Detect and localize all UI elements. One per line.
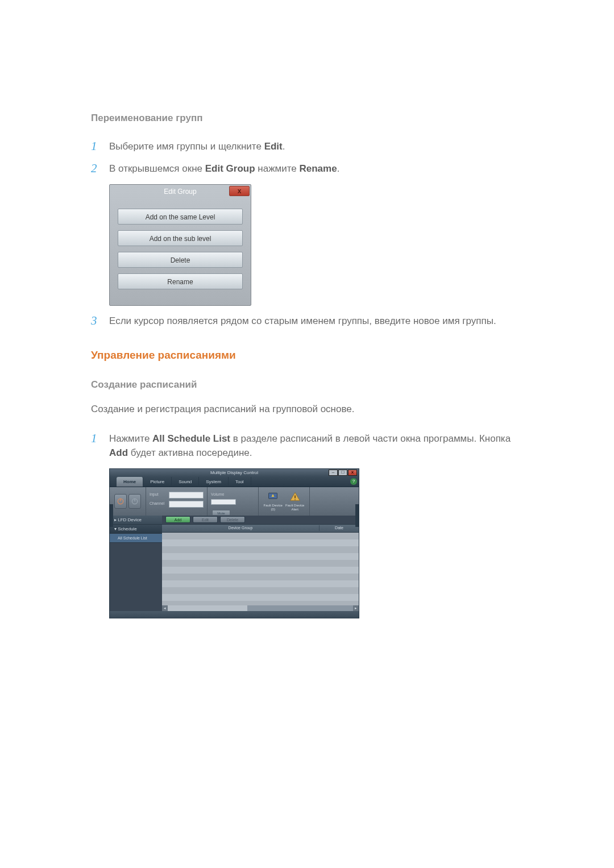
mdc-titlebar: Multiple Display Control – □ x	[110, 469, 359, 477]
power-on-button[interactable]	[114, 494, 127, 509]
channel-select[interactable]	[169, 501, 204, 508]
dialog-close-button[interactable]: x	[229, 186, 250, 196]
input-label: Input	[150, 492, 169, 498]
step-2: 2 В открывшемся окне Edit Group нажмите …	[91, 161, 523, 176]
bold: Rename	[299, 163, 337, 174]
txt: Выберите имя группы и щелкните	[109, 141, 264, 152]
power-icon	[131, 497, 139, 505]
fault-device-alert[interactable]: Fault Device Alert	[285, 491, 304, 511]
rename-steps: 1 Выберите имя группы и щелкните Edit. 2…	[91, 139, 523, 176]
add-same-level-button[interactable]: Add on the same Level	[118, 209, 243, 225]
txt: нажмите	[255, 163, 300, 174]
tab-home[interactable]: Home	[117, 477, 143, 487]
sidebar-lfd-device[interactable]: ▸ LFD Device	[110, 516, 162, 525]
input-select[interactable]	[169, 492, 204, 499]
txt: .	[337, 163, 340, 174]
section-title-rename: Переименование групп	[91, 111, 523, 126]
power-icon	[117, 497, 125, 505]
txt: будет активна посередине.	[128, 447, 252, 458]
txt: (0)	[271, 508, 275, 512]
ribbon-power-group	[110, 487, 146, 516]
bold: Edit Group	[205, 163, 255, 174]
step-text: Нажмите All Schedule List в разделе расп…	[109, 431, 523, 460]
step-text: В открывшемся окне Edit Group нажмите Re…	[109, 161, 523, 176]
txt: Fault Device	[264, 504, 283, 508]
scroll-right-button[interactable]: ▸	[353, 605, 359, 611]
action-row: Add Edit Delete	[162, 516, 359, 525]
edit-group-dialog: Edit Group x Add on the same Level Add o…	[109, 184, 251, 306]
bold: Add	[109, 447, 128, 458]
power-off-button[interactable]	[128, 494, 141, 509]
sidebar-schedule[interactable]: ▾ Schedule	[110, 525, 162, 534]
tab-sound[interactable]: Sound	[172, 477, 199, 487]
channel-label: Channel	[150, 501, 169, 507]
txt: .	[283, 141, 285, 152]
window-minimize-button[interactable]: –	[329, 470, 338, 476]
schedule-grid: ◂ ▸	[162, 533, 359, 611]
edit-button[interactable]: Edit	[193, 516, 218, 523]
scroll-thumb[interactable]	[168, 605, 247, 611]
window-close-button[interactable]: x	[348, 470, 357, 476]
ribbon-input-group: Input Channel	[146, 487, 208, 516]
dialog-title: Edit Group	[164, 188, 196, 196]
dialog-titlebar: Edit Group x	[110, 185, 251, 198]
warning-icon	[289, 491, 301, 502]
add-sub-level-button[interactable]: Add on the sub level	[118, 230, 243, 246]
section-heading-schedules: Управление расписаниями	[91, 347, 523, 364]
step-number: 1	[91, 139, 109, 154]
dialog-body: Add on the same Level Add on the sub lev…	[110, 198, 251, 298]
monitor-warning-icon	[267, 491, 279, 502]
txt: Schedule	[118, 526, 136, 531]
header-device-group: Device Group	[162, 525, 319, 531]
ribbon-scroll-right[interactable]	[355, 504, 359, 527]
grid-header: Device Group Date	[162, 525, 359, 533]
mdc-statusbar	[110, 611, 359, 618]
tab-system[interactable]: System	[199, 477, 229, 487]
step-1: 1 Выберите имя группы и щелкните Edit.	[91, 139, 523, 154]
rename-steps-cont: 3 Если курсор появляется рядом со старым…	[91, 314, 523, 329]
mdc-tabs: Home Picture Sound System Tool	[110, 477, 359, 487]
step-1: 1 Нажмите All Schedule List в разделе ра…	[91, 431, 523, 460]
schedule-steps: 1 Нажмите All Schedule List в разделе ра…	[91, 431, 523, 460]
ribbon-scroll-left[interactable]	[110, 504, 113, 527]
step-number: 3	[91, 314, 109, 329]
txt: в разделе расписаний в левой части окна …	[230, 433, 511, 444]
scroll-left-button[interactable]: ◂	[162, 605, 168, 611]
header-date: Date	[319, 525, 359, 531]
delete-button[interactable]: Delete	[220, 516, 245, 523]
mdc-title: Multiple Display Control	[210, 470, 258, 475]
txt: Alert	[292, 508, 298, 512]
window-maximize-button[interactable]: □	[338, 470, 347, 476]
bold: Edit	[264, 141, 283, 152]
section-description: Создание и регистрация расписаний на гру…	[91, 402, 523, 417]
step-number: 2	[91, 161, 109, 176]
txt: Fault Device	[285, 504, 304, 508]
step-number: 1	[91, 431, 109, 460]
mdc-main: Add Edit Delete Device Group Date ◂	[162, 516, 359, 611]
window-buttons: – □ x	[329, 470, 357, 476]
svg-point-8	[294, 499, 296, 500]
txt: LFD Device	[118, 517, 142, 522]
ribbon-volume-group: Volume Mute	[208, 487, 259, 516]
mdc-sidebar: ▸ LFD Device ▾ Schedule All Schedule Lis…	[110, 516, 162, 611]
horizontal-scrollbar[interactable]: ◂ ▸	[162, 605, 359, 611]
add-button[interactable]: Add	[165, 516, 190, 523]
ribbon-fault-group: Fault Device (0) Fault Device Alert	[259, 487, 310, 516]
bold: All Schedule List	[152, 433, 230, 444]
delete-button[interactable]: Delete	[118, 252, 243, 268]
step-3: 3 Если курсор появляется рядом со старым…	[91, 314, 523, 329]
fault-device-count[interactable]: Fault Device (0)	[264, 491, 283, 511]
mdc-window: Multiple Display Control – □ x Home Pict…	[109, 468, 359, 618]
mute-button[interactable]: Mute	[212, 510, 230, 516]
txt: Нажмите	[109, 433, 152, 444]
step-text: Выберите имя группы и щелкните Edit.	[109, 139, 523, 154]
help-button[interactable]: ?	[350, 478, 357, 485]
mdc-ribbon: Input Channel Volume Mute	[110, 487, 359, 516]
tab-tool[interactable]: Tool	[229, 477, 251, 487]
tab-picture[interactable]: Picture	[143, 477, 172, 487]
volume-field[interactable]	[211, 499, 236, 505]
sidebar-all-schedule-list[interactable]: All Schedule List	[110, 534, 162, 543]
rename-button[interactable]: Rename	[118, 273, 243, 289]
volume-label: Volume	[211, 492, 255, 498]
subsection-title-create: Создание расписаний	[91, 377, 523, 392]
